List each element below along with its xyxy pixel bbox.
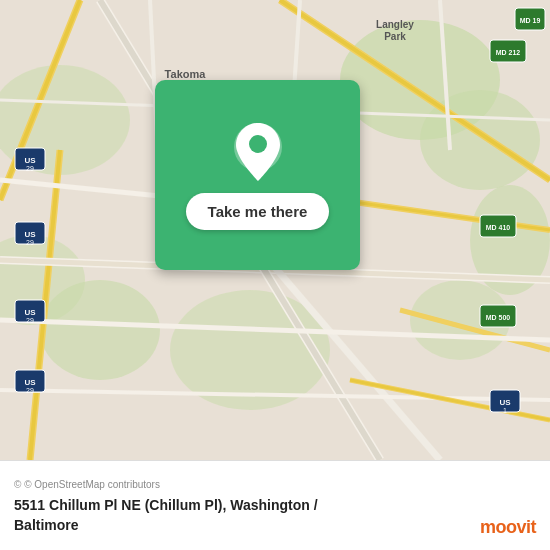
svg-text:MD 500: MD 500	[486, 314, 511, 321]
bottom-info-bar: © © OpenStreetMap contributors 5511 Chil…	[0, 460, 550, 550]
copyright-label: © OpenStreetMap contributors	[24, 479, 160, 490]
svg-text:29: 29	[26, 317, 34, 324]
location-card: Take me there	[155, 80, 360, 270]
svg-text:US: US	[24, 308, 36, 317]
copyright-text: © © OpenStreetMap contributors	[14, 479, 536, 490]
svg-text:Park: Park	[384, 31, 406, 42]
location-pin-icon	[232, 121, 284, 183]
svg-text:US: US	[24, 156, 36, 165]
svg-text:US: US	[499, 398, 511, 407]
svg-text:29: 29	[26, 387, 34, 394]
svg-text:MD 19: MD 19	[520, 17, 541, 24]
svg-text:US: US	[24, 230, 36, 239]
svg-text:1: 1	[503, 407, 507, 414]
svg-point-61	[249, 135, 267, 153]
svg-text:Takoma: Takoma	[165, 68, 207, 80]
svg-text:MD 212: MD 212	[496, 49, 521, 56]
svg-text:US: US	[24, 378, 36, 387]
moovit-brand-text: moovit	[480, 517, 536, 538]
svg-text:Langley: Langley	[376, 19, 414, 30]
address-line2: Baltimore	[14, 517, 79, 533]
address-text: 5511 Chillum Pl NE (Chillum Pl), Washing…	[14, 496, 536, 535]
svg-text:MD 410: MD 410	[486, 224, 511, 231]
svg-text:29: 29	[26, 165, 34, 172]
svg-text:29: 29	[26, 239, 34, 246]
map-area: US 29 US 29 US 29 US 29 MD 212 MD 19 MD …	[0, 0, 550, 460]
address-line1: 5511 Chillum Pl NE (Chillum Pl), Washing…	[14, 497, 318, 513]
take-me-there-button[interactable]: Take me there	[186, 193, 330, 230]
svg-point-5	[40, 280, 160, 380]
copyright-icon: ©	[14, 479, 21, 490]
moovit-logo: moovit	[480, 517, 536, 538]
